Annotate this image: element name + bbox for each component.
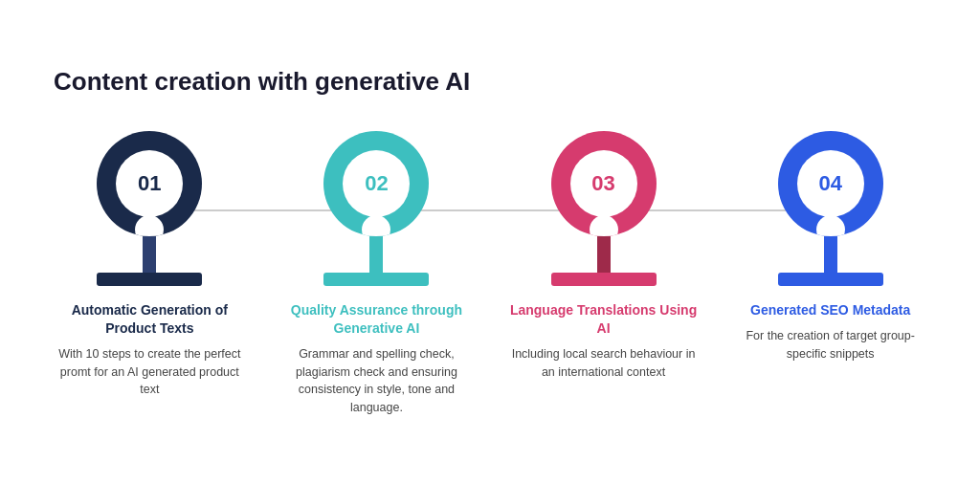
card-desc-3: Including local search behaviour in an i… xyxy=(507,345,700,382)
main-container: Content creation with generative AI 01 A… xyxy=(31,36,949,448)
number-3: 03 xyxy=(591,171,614,196)
icon-assembly-3: 03 xyxy=(551,131,657,286)
card-desc-4: For the creation of target group-specifi… xyxy=(734,327,926,363)
ring-inner-2: 02 xyxy=(343,150,410,217)
card-title-4: Generated SEO Metadata xyxy=(750,301,910,319)
card-2: 02 Quality Assurance through Generative … xyxy=(280,131,473,417)
card-3: 03 Language Translations Using AI Includ… xyxy=(507,131,700,381)
page-title: Content creation with generative AI xyxy=(54,67,926,97)
ring-outer-1: 01 xyxy=(97,131,202,236)
ring-outer-2: 02 xyxy=(323,131,429,236)
ring-cut-2 xyxy=(362,215,390,236)
stem-4 xyxy=(824,236,837,273)
ring-outer-3: 03 xyxy=(551,131,657,236)
number-1: 01 xyxy=(138,171,161,196)
number-4: 04 xyxy=(818,171,841,196)
card-desc-2: Grammar and spelling check, plagiarism c… xyxy=(280,345,473,417)
number-2: 02 xyxy=(365,171,388,196)
ring-inner-4: 04 xyxy=(797,150,864,217)
cards-row: 01 Automatic Generation of Product Texts… xyxy=(54,131,926,417)
card-title-1: Automatic Generation of Product Texts xyxy=(54,301,246,338)
ring-cut-4 xyxy=(816,215,845,236)
card-title-2: Quality Assurance through Generative AI xyxy=(280,301,473,338)
card-title-3: Language Translations Using AI xyxy=(507,301,700,338)
ring-outer-4: 04 xyxy=(778,131,883,236)
ring-cut-1 xyxy=(135,215,164,236)
base-3 xyxy=(551,273,657,286)
ring-cut-3 xyxy=(590,215,618,236)
base-4 xyxy=(778,273,883,286)
ring-inner-1: 01 xyxy=(116,150,183,217)
stem-2 xyxy=(369,236,383,273)
card-1: 01 Automatic Generation of Product Texts… xyxy=(54,131,246,399)
stem-3 xyxy=(597,236,611,273)
base-2 xyxy=(323,273,429,286)
stem-1 xyxy=(143,236,156,273)
ring-inner-3: 03 xyxy=(570,150,637,217)
base-1 xyxy=(97,273,202,286)
icon-assembly-4: 04 xyxy=(778,131,883,286)
card-desc-1: With 10 steps to create the perfect prom… xyxy=(54,345,246,399)
icon-assembly-1: 01 xyxy=(97,131,202,286)
icon-assembly-2: 02 xyxy=(323,131,429,286)
card-4: 04 Generated SEO Metadata For the creati… xyxy=(734,131,926,363)
